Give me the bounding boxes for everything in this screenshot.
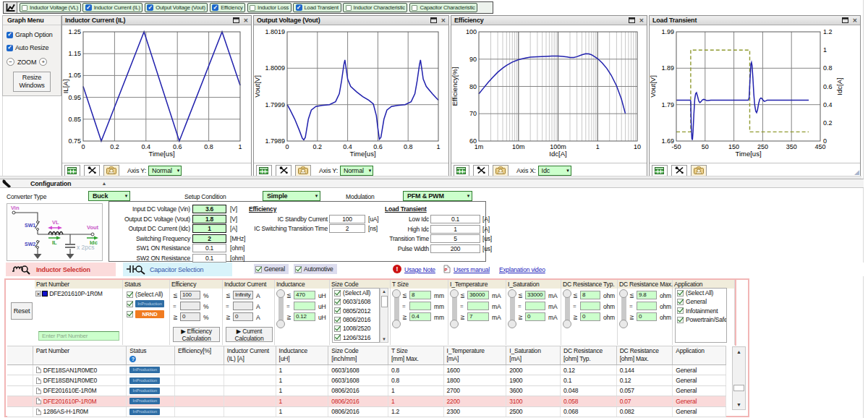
svg-text:0.2: 0.2 [823,119,833,127]
svg-text:1.89: 1.89 [661,64,674,72]
svg-text:0.8: 0.8 [823,64,833,72]
svg-text:0.2: 0.2 [313,143,323,150]
svg-text:Idc[A]: Idc[A] [835,77,843,95]
svg-text:IL[A]: IL[A] [62,80,69,94]
svg-text:1.8019: 1.8019 [265,28,285,35]
svg-text:0: 0 [81,143,85,150]
svg-text:350: 350 [786,143,797,150]
svg-text:1: 1 [823,46,827,54]
svg-text:Time[us]: Time[us] [148,150,174,158]
svg-text:SW2: SW2 [25,242,35,247]
svg-text:1: 1 [238,143,242,150]
svg-text:0.4: 0.4 [823,101,833,108]
svg-text:0.75: 0.75 [68,137,81,145]
svg-text:0: 0 [823,137,827,145]
svg-text:0.95: 0.95 [68,94,81,101]
svg-text:1: 1 [436,143,440,150]
svg-text:1.7999: 1.7999 [265,101,285,108]
svg-text:Time[us]: Time[us] [735,150,761,158]
svg-text:Efficiency[%]: Efficiency[%] [451,67,459,106]
svg-text:1.05: 1.05 [68,72,81,79]
svg-text:Vin: Vin [11,205,20,211]
svg-text:x 2pcs: x 2pcs [77,244,95,251]
svg-text:SW1: SW1 [25,223,35,228]
svg-text:1.15: 1.15 [68,50,81,57]
svg-text:0.8: 0.8 [404,143,413,150]
svg-text:0: 0 [285,143,289,150]
svg-text:60: 60 [469,137,477,145]
svg-text:0.6: 0.6 [823,83,833,90]
svg-text:1.79: 1.79 [661,101,674,108]
svg-text:50: 50 [702,143,709,150]
svg-text:Vout[V]: Vout[V] [254,75,261,98]
svg-text:Idc[A]: Idc[A] [549,150,566,158]
svg-text:1.99: 1.99 [661,28,674,35]
svg-text:VL: VL [52,219,59,226]
svg-text:70: 70 [469,110,477,117]
svg-text:90: 90 [469,56,477,63]
svg-text:10: 10 [634,143,641,150]
svg-text:1.25: 1.25 [68,28,81,35]
svg-text:P: P [445,268,448,272]
svg-text:80: 80 [469,83,477,90]
svg-text:1.7989: 1.7989 [265,137,285,145]
svg-text:100: 100 [466,28,477,35]
svg-text:Vout: Vout [87,224,99,231]
svg-text:1.2: 1.2 [823,28,833,35]
svg-text:Time[us]: Time[us] [349,150,375,158]
svg-text:Vout[V]: Vout[V] [650,75,657,98]
svg-text:10m: 10m [512,143,525,150]
svg-text:IL: IL [52,239,57,246]
svg-text:1: 1 [596,143,600,150]
svg-text:0.8: 0.8 [204,143,213,150]
svg-text:0.2: 0.2 [110,143,119,150]
svg-text:1.8009: 1.8009 [265,64,285,72]
svg-text:0.85: 0.85 [68,116,81,123]
svg-text:1.69: 1.69 [661,137,674,145]
